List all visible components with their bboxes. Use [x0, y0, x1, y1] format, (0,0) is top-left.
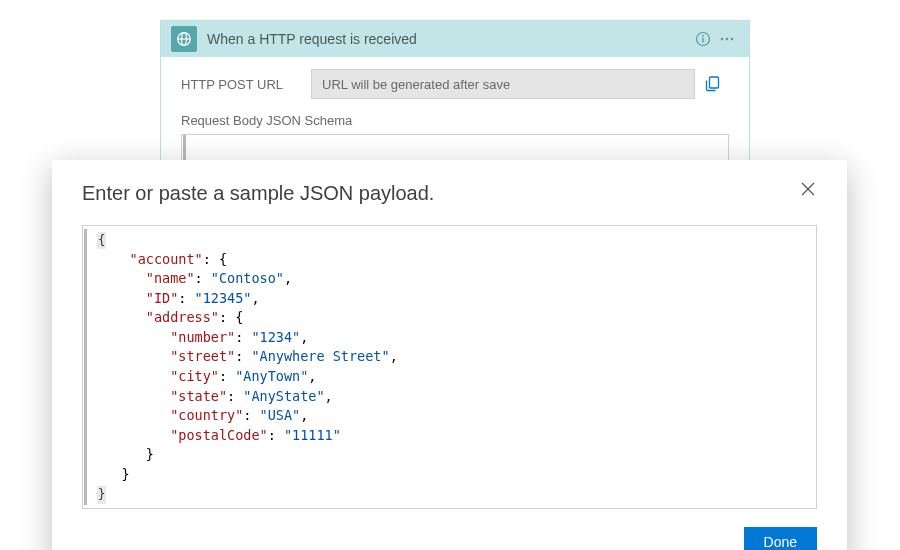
copy-icon[interactable]	[695, 69, 729, 99]
json-value: "Anywhere Street"	[251, 348, 389, 364]
svg-point-6	[721, 38, 724, 41]
json-value: "12345"	[195, 290, 252, 306]
modal-header: Enter or paste a sample JSON payload.	[82, 182, 817, 205]
svg-rect-5	[702, 38, 703, 43]
json-payload-input[interactable]: { "account": { "name": "Contoso", "ID": …	[82, 225, 817, 509]
done-button[interactable]: Done	[744, 527, 817, 550]
sample-payload-modal: Enter or paste a sample JSON payload. { …	[52, 160, 847, 550]
json-key: "city"	[170, 368, 219, 384]
info-icon[interactable]	[691, 27, 715, 51]
close-icon[interactable]	[801, 182, 817, 198]
json-value: "11111"	[284, 427, 341, 443]
json-key: "street"	[170, 348, 235, 364]
svg-point-7	[726, 38, 729, 41]
json-key: "postalCode"	[170, 427, 268, 443]
json-key: "account"	[130, 251, 203, 267]
trigger-header[interactable]: When a HTTP request is received	[161, 21, 749, 57]
svg-rect-9	[709, 77, 718, 88]
http-request-icon	[171, 26, 197, 52]
json-value: "Contoso"	[211, 270, 284, 286]
url-row: HTTP POST URL URL will be generated afte…	[181, 69, 729, 99]
json-key: "address"	[146, 309, 219, 325]
json-value: "AnyTown"	[235, 368, 308, 384]
json-key: "ID"	[146, 290, 179, 306]
schema-label: Request Body JSON Schema	[181, 113, 729, 128]
json-value: "USA"	[260, 407, 301, 423]
json-value: "1234"	[251, 329, 300, 345]
json-value: "AnyState"	[243, 388, 324, 404]
json-key: "name"	[146, 270, 195, 286]
modal-footer: Done	[82, 527, 817, 550]
url-output: URL will be generated after save	[311, 69, 695, 99]
trigger-title: When a HTTP request is received	[207, 31, 691, 47]
modal-title: Enter or paste a sample JSON payload.	[82, 182, 434, 205]
json-key: "state"	[170, 388, 227, 404]
json-key: "number"	[170, 329, 235, 345]
more-icon[interactable]	[715, 27, 739, 51]
svg-point-4	[702, 35, 704, 37]
svg-point-8	[731, 38, 734, 41]
url-label: HTTP POST URL	[181, 77, 311, 92]
json-key: "country"	[170, 407, 243, 423]
